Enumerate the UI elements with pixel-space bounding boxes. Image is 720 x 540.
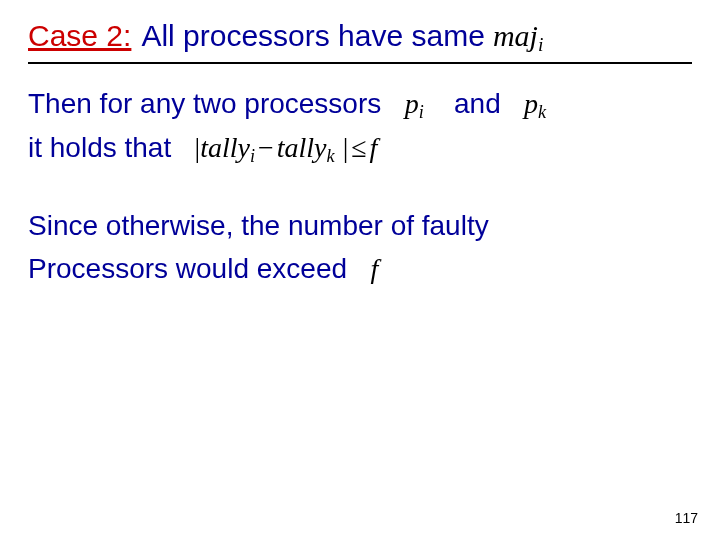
since-line-2: Processors would exceed — [28, 253, 347, 284]
math-p-k: pk — [524, 88, 546, 119]
holds-text: it holds that — [28, 132, 171, 163]
minus-op: − — [255, 132, 277, 163]
tally-i: tally — [200, 132, 250, 163]
case-text: All processors have same — [141, 18, 484, 54]
paragraph-1: Then for any two processors pi and pk it… — [28, 82, 692, 170]
f-sym: f — [370, 132, 378, 163]
then-text: Then for any two processors — [28, 88, 381, 119]
p-base-2: p — [524, 88, 538, 119]
maj-base: maj — [493, 19, 538, 52]
case-label: Case 2: — [28, 18, 131, 54]
since-line-1: Since otherwise, the number of faulty — [28, 210, 489, 241]
tally-k: tally — [277, 132, 327, 163]
math-f: f — [370, 253, 378, 284]
sub-k-2: k — [327, 146, 335, 166]
math-tally-inequality: |tallyi−tallyk|≤f — [195, 132, 378, 163]
sub-i: i — [538, 34, 543, 55]
case-heading: Case 2: All processors have same maji — [28, 18, 692, 56]
math-maj-i: maji — [493, 18, 543, 56]
sub-k: k — [538, 102, 546, 122]
p-base: p — [405, 88, 419, 119]
sub-i-2: i — [419, 102, 424, 122]
page-number: 117 — [675, 510, 698, 526]
leq-op: ≤ — [348, 132, 369, 163]
math-p-i: pi — [405, 88, 431, 119]
and-word: and — [454, 88, 501, 119]
divider — [28, 62, 692, 64]
slide: Case 2: All processors have same maji Th… — [0, 0, 720, 540]
f-sym-2: f — [370, 253, 378, 284]
paragraph-2: Since otherwise, the number of faulty Pr… — [28, 204, 692, 291]
